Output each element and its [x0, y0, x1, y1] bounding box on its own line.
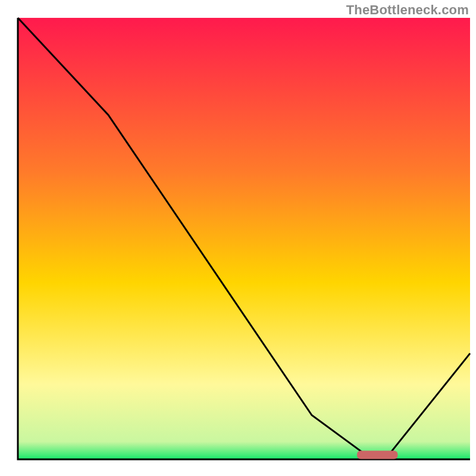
bottleneck-chart — [0, 0, 476, 476]
chart-container: TheBottleneck.com — [0, 0, 476, 476]
gradient-background — [18, 18, 470, 459]
watermark-text: TheBottleneck.com — [346, 2, 469, 18]
optimal-range-marker — [357, 451, 397, 459]
